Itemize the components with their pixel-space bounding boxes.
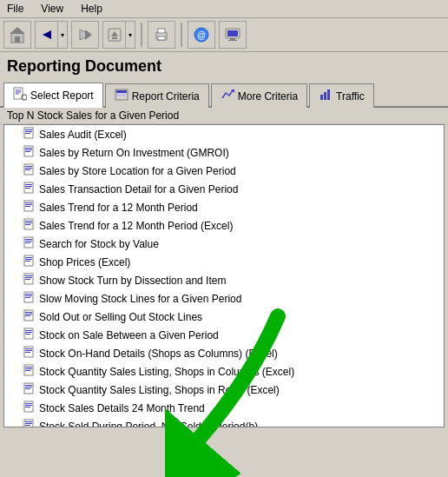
- print-button[interactable]: [148, 21, 175, 49]
- svg-rect-54: [25, 222, 32, 223]
- menu-file[interactable]: File: [3, 2, 27, 16]
- tab-bar: Select Report Report Criteria More Crite…: [0, 81, 448, 108]
- list-item[interactable]: Stock Quantity Sales Listing, Shops in R…: [4, 381, 444, 399]
- menu-view[interactable]: View: [37, 2, 67, 16]
- document-icon: [23, 163, 36, 178]
- svg-rect-49: [25, 202, 32, 203]
- document-icon: [23, 364, 36, 379]
- list-item-label: Stock On-Hand Details (Shops as Columns)…: [39, 348, 278, 360]
- svg-rect-26: [116, 94, 121, 96]
- document-icon: [23, 236, 36, 251]
- export-button[interactable]: [102, 21, 125, 49]
- menu-help[interactable]: Help: [77, 2, 106, 16]
- more-criteria-icon: [221, 88, 234, 104]
- document-icon: [23, 419, 36, 427]
- document-icon: [23, 291, 36, 306]
- list-item-label: Sold Out or Selling Out Stock Lines: [39, 311, 202, 323]
- list-item[interactable]: Stock on Sale Between a Given Period: [4, 326, 444, 344]
- svg-rect-83: [25, 352, 30, 353]
- back-dropdown[interactable]: ▾: [57, 21, 68, 49]
- svg-rect-15: [227, 30, 238, 36]
- page-title: Reporting Document: [0, 52, 448, 81]
- forward-button[interactable]: [71, 21, 99, 49]
- list-item[interactable]: Shop Prices (Excel): [4, 253, 444, 271]
- svg-rect-8: [112, 37, 117, 39]
- list-item[interactable]: Sales Trend for a 12 Month Period (Excel…: [4, 216, 444, 235]
- content-wrapper: Top N Stock Sales for a Given Period Sal…: [0, 108, 448, 427]
- document-icon: [23, 255, 36, 269]
- report-list[interactable]: Sales Audit (Excel) Sales by Return On I…: [3, 124, 445, 427]
- svg-rect-11: [158, 36, 165, 40]
- list-item[interactable]: Sold Out or Selling Out Stock Lines: [4, 308, 444, 326]
- traffic-icon: [319, 88, 333, 104]
- svg-rect-31: [327, 89, 330, 100]
- list-item-label: Sales by Return On Investment (GMROI): [39, 147, 229, 159]
- svg-rect-86: [25, 368, 32, 369]
- tab-more-criteria[interactable]: More Criteria: [211, 83, 307, 108]
- list-item[interactable]: Sales Audit (Excel): [4, 125, 444, 143]
- svg-rect-58: [25, 241, 32, 242]
- list-item-label: Sales Trend for a 12 Month Period: [39, 202, 198, 214]
- svg-rect-70: [25, 295, 32, 296]
- tab-report-criteria[interactable]: Report Criteria: [105, 83, 209, 108]
- document-icon: [23, 127, 36, 142]
- svg-rect-10: [158, 29, 165, 33]
- select-report-icon: [13, 87, 27, 103]
- svg-rect-69: [25, 294, 32, 295]
- tab-traffic-label: Traffic: [336, 90, 365, 103]
- svg-rect-59: [25, 242, 30, 243]
- list-item-label: Slow Moving Stock Lines for a Given Peri…: [39, 293, 241, 305]
- list-item[interactable]: Sales by Return On Investment (GMROI): [4, 143, 444, 162]
- home-button[interactable]: [3, 21, 31, 49]
- report-icon: [13, 87, 27, 101]
- list-item[interactable]: Search for Stock by Value: [4, 235, 444, 253]
- list-item-label: Show Stock Turn by Dissection and Item: [39, 275, 226, 287]
- svg-rect-34: [25, 131, 32, 132]
- email-button[interactable]: @: [188, 21, 215, 49]
- list-item-label: Stock Sales Details 24 Month Trend: [39, 402, 205, 414]
- export-icon: [107, 27, 122, 43]
- list-item[interactable]: Stock Sales Details 24 Month Trend: [4, 399, 444, 417]
- document-icon: [23, 346, 36, 361]
- list-item-label: Stock Quantity Sales Listing, Shops in R…: [39, 384, 280, 396]
- svg-text:@: @: [197, 30, 206, 40]
- more-icon: [221, 88, 234, 102]
- email-icon: @: [193, 26, 210, 43]
- list-item[interactable]: Stock Sold During Period, Not Sold in Pe…: [4, 417, 444, 427]
- list-item-label: Stock on Sale Between a Given Period: [39, 329, 219, 341]
- svg-rect-93: [25, 403, 32, 404]
- svg-rect-42: [25, 168, 32, 169]
- svg-rect-38: [25, 149, 32, 150]
- svg-rect-94: [25, 405, 32, 406]
- list-item-label: Stock Quantity Sales Listing, Shops in C…: [39, 366, 294, 378]
- list-item[interactable]: Show Stock Turn by Dissection and Item: [4, 271, 444, 289]
- svg-rect-25: [116, 90, 127, 93]
- list-item[interactable]: Stock On-Hand Details (Shops as Columns)…: [4, 344, 444, 362]
- svg-rect-62: [25, 259, 32, 260]
- list-item[interactable]: Stock Quantity Sales Listing, Shops in C…: [4, 362, 444, 381]
- list-item[interactable]: Sales Trend for a 12 Month Period: [4, 198, 444, 216]
- svg-rect-74: [25, 314, 32, 315]
- export-dropdown[interactable]: ▾: [125, 21, 135, 49]
- tab-select-report[interactable]: Select Report: [3, 83, 103, 108]
- svg-rect-61: [25, 257, 32, 258]
- svg-rect-95: [25, 407, 30, 407]
- svg-rect-87: [25, 370, 30, 371]
- tab-report-criteria-label: Report Criteria: [132, 90, 200, 103]
- svg-rect-81: [25, 348, 32, 349]
- monitor-button[interactable]: [219, 21, 247, 49]
- svg-rect-17: [228, 40, 237, 41]
- tab-traffic[interactable]: Traffic: [309, 83, 374, 108]
- list-item[interactable]: Sales Transaction Detail for a Given Per…: [4, 180, 444, 198]
- svg-rect-46: [25, 186, 32, 187]
- svg-rect-16: [230, 38, 235, 40]
- svg-rect-45: [25, 184, 32, 185]
- svg-rect-50: [25, 204, 32, 205]
- svg-rect-29: [320, 95, 323, 100]
- list-item-label: Shop Prices (Excel): [39, 256, 130, 268]
- back-button[interactable]: [35, 21, 57, 49]
- list-item[interactable]: Slow Moving Stock Lines for a Given Peri…: [4, 289, 444, 308]
- svg-rect-90: [25, 387, 32, 388]
- list-item-label: Search for Stock by Value: [39, 238, 159, 250]
- list-item[interactable]: Sales by Store Location for a Given Peri…: [4, 162, 444, 180]
